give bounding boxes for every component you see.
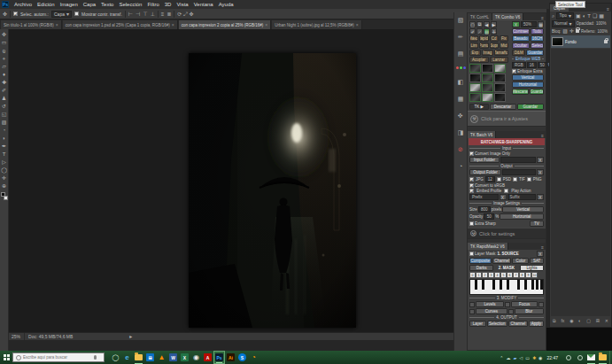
taskbar-explorer-open[interactable] — [597, 351, 608, 364]
mask-thumb[interactable] — [494, 83, 506, 92]
clear-output-button[interactable]: X — [537, 169, 544, 175]
tk-mini-button[interactable]: Cd — [490, 35, 499, 42]
tray-onedrive-icon[interactable]: ☁ — [506, 355, 510, 360]
png-checkbox[interactable] — [527, 177, 531, 182]
filter-type-icon[interactable]: T — [587, 13, 591, 19]
brush-panel-icon[interactable]: ✏ — [458, 33, 463, 41]
menu-texto[interactable]: Texto — [101, 2, 113, 7]
stamp-icon[interactable]: ✛ — [491, 28, 497, 35]
history-panel-icon[interactable]: ◔ — [459, 162, 462, 170]
type-tool[interactable]: T — [3, 151, 6, 159]
tk-mini-button[interactable]: Acoplar — [469, 57, 489, 63]
taskbar-skype[interactable]: S — [236, 351, 248, 364]
histogram-panel-icon[interactable]: ▦ — [458, 95, 464, 103]
lock-position-icon[interactable]: ✛ — [569, 28, 574, 34]
document-tab-3-active[interactable]: con capa impresion 2 copia al 25% (RGB/1… — [179, 20, 271, 29]
tk-mini-button[interactable]: Fix — [500, 35, 508, 42]
add-mask-icon[interactable]: ◉ — [569, 318, 573, 323]
prefix-field[interactable]: Prefix — [469, 194, 499, 200]
menu-ayuda[interactable]: Ayuda — [219, 2, 234, 7]
zone-5-button[interactable]: 5 — [500, 272, 507, 278]
taskbar-vlc[interactable]: ▲ — [156, 351, 167, 364]
lock-transparent-icon[interactable]: ▨ — [562, 28, 568, 34]
menu-seleccion[interactable]: Selección — [119, 2, 142, 7]
layer-thumbnail[interactable] — [552, 37, 563, 46]
size-field[interactable]: 50 — [538, 62, 547, 68]
zone-1-button[interactable]: 1 — [476, 272, 482, 278]
tray-warning-icon[interactable]: ✱ — [532, 355, 536, 360]
marquee-tool[interactable]: ▭ — [2, 39, 7, 47]
vertical-button[interactable]: Vertical — [512, 74, 544, 81]
modify-aux-3[interactable] — [538, 302, 544, 307]
mask-thumb[interactable] — [494, 93, 506, 102]
taskbar-store[interactable]: ⊞ — [144, 351, 156, 364]
checker-icon[interactable]: ▦ — [538, 21, 544, 27]
taskbar-word[interactable]: W — [167, 351, 179, 364]
history-brush-tool[interactable]: ↺ — [2, 103, 6, 111]
layer-style-icon[interactable]: fx — [561, 318, 564, 323]
brush-tool[interactable]: ✐ — [2, 87, 6, 95]
tab-tk-batch[interactable]: TK Batch V6 — [468, 131, 496, 138]
distribute-vertical-icon[interactable]: ≣ — [167, 12, 171, 17]
zone-4-button[interactable]: 4 — [494, 272, 500, 278]
prev-icon[interactable]: ◀ — [484, 21, 490, 27]
crop-tool[interactable]: ▱ — [2, 63, 6, 71]
eyedropper-tool[interactable]: ♦ — [3, 71, 5, 79]
document-tab-4[interactable]: Urban Night 1 (sobre).jpg al 12,5% (RGB/… — [272, 20, 361, 29]
zone-7-button[interactable]: 7 — [513, 272, 519, 278]
blur-button[interactable]: Blur — [515, 308, 544, 314]
taskbar-app-circle-2[interactable] — [574, 351, 585, 364]
tk-hide-button[interactable]: Ocultar — [512, 43, 530, 49]
composite-button[interactable]: Composite — [469, 258, 492, 264]
next-icon[interactable]: ▶ — [491, 21, 497, 27]
lock-all-icon[interactable] — [576, 29, 579, 33]
zone-8-button[interactable]: 8 — [519, 272, 525, 278]
output-apply-button[interactable]: Apply — [529, 321, 544, 327]
zone-piano-keyboard[interactable] — [469, 279, 544, 295]
eraser-tool[interactable]: ◱ — [2, 111, 7, 119]
opacity-value[interactable]: 100% — [596, 21, 607, 26]
no-entry-panel-icon[interactable]: ⊘ — [458, 145, 463, 153]
properties-panel-icon[interactable]: ▤ — [458, 50, 464, 58]
menu-archivo[interactable]: Archivo — [14, 2, 32, 7]
filter-adjustment-icon[interactable]: ◐ — [583, 13, 586, 19]
adjustment-layer-icon[interactable]: ◐ — [578, 318, 581, 323]
tif-checkbox[interactable] — [513, 177, 517, 182]
auto-select-dropdown[interactable]: Capa▾ — [51, 11, 72, 18]
menu-ventana[interactable]: Ventana — [194, 2, 213, 7]
path-select-tool[interactable]: ▷ — [2, 159, 6, 167]
tk-dm-button[interactable]: D&M — [512, 50, 525, 56]
mask-thumb[interactable] — [482, 83, 493, 92]
modify-aux-4[interactable] — [469, 309, 475, 314]
tab-tk-rapidmask[interactable]: TK RapidMask2 V6 — [468, 243, 508, 250]
search-input[interactable] — [23, 355, 92, 360]
align-bottom-icon[interactable]: ⊥ — [151, 12, 155, 17]
clear-source-button[interactable]: X — [537, 251, 544, 257]
channels-panel-icon[interactable] — [456, 66, 466, 69]
output-folder-button[interactable]: Output Folder — [469, 169, 501, 175]
tk-mini-button[interactable]: Tamaño — [494, 50, 508, 56]
tk-all-button[interactable]: Todo — [531, 28, 544, 35]
horizontal-button[interactable]: Horizontal — [512, 81, 544, 88]
batch-settings-bar[interactable]: ⚒ Click for settings — [468, 228, 546, 239]
zone-9-button[interactable]: 9 — [525, 272, 531, 278]
filter-shape-icon[interactable]: ❏ — [593, 13, 597, 19]
tray-battery-icon[interactable]: ▭ — [525, 355, 530, 360]
input-folder-field[interactable] — [500, 157, 536, 163]
modify-aux-1[interactable] — [469, 302, 475, 307]
embed-profile-checkbox[interactable] — [469, 189, 474, 193]
tk-16ch-button[interactable]: 16CH — [531, 35, 544, 42]
rgb-field[interactable]: RGB — [512, 62, 526, 68]
tk-xselect-button[interactable]: xSelecc — [531, 43, 544, 49]
mask-thumb[interactable] — [494, 74, 506, 82]
zone-6-button[interactable]: 6 — [507, 272, 513, 278]
menu-imagen[interactable]: Imagen — [60, 2, 78, 7]
align-right-icon[interactable]: ⊣ — [136, 12, 140, 17]
channel-button[interactable]: Channel — [492, 258, 512, 264]
taskbar-file-explorer[interactable] — [133, 351, 144, 364]
show-transform-checkbox[interactable] — [74, 12, 79, 16]
menu-vista[interactable]: Vista — [176, 2, 188, 7]
move-tool[interactable]: ✥ — [2, 31, 6, 39]
fill-value[interactable]: 100% — [597, 29, 608, 34]
horizontal-sharpen-button[interactable]: Horizontal — [500, 213, 544, 220]
